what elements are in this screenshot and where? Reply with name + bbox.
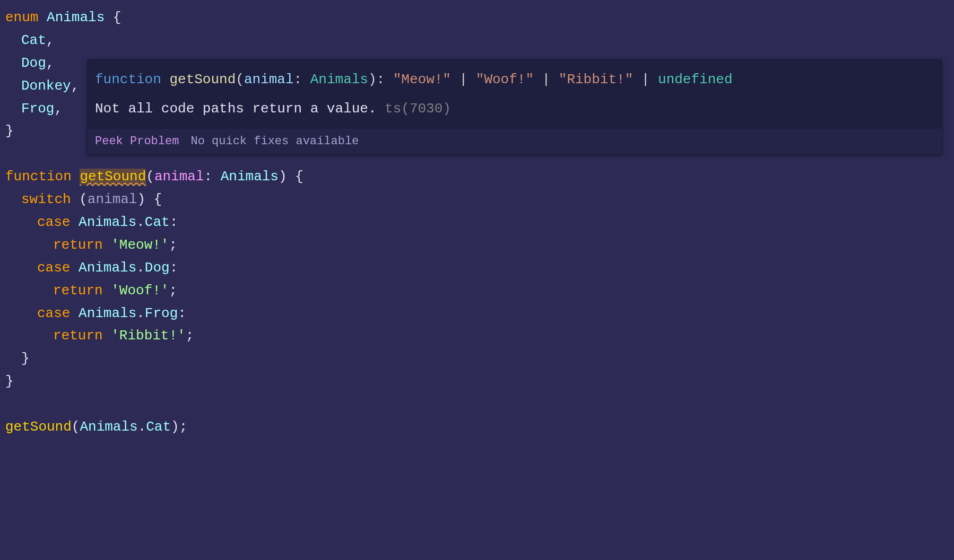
tooltip-error-message: Not all code paths return a value. ts(70… [88,94,942,129]
code-line: } [5,370,949,393]
code-line: enum Animals { [5,6,949,29]
code-line: switch (animal) { [5,188,949,211]
quickfix-status: No quick fixes available [190,132,359,151]
peek-problem-link[interactable]: Peek Problem [95,132,179,151]
code-line: } [5,347,949,370]
tooltip-signature: function getSound(animal: Animals): "Meo… [88,60,942,94]
code-line: return 'Woof!'; [5,279,949,302]
blank-line [5,393,949,416]
code-line: case Animals.Cat: [5,211,949,234]
code-line: function getSound(animal: Animals) { [5,165,949,188]
code-line: case Animals.Dog: [5,257,949,279]
code-line: return 'Ribbit!'; [5,325,949,347]
tooltip-footer: Peek Problem No quick fixes available [88,129,942,154]
code-line: Cat, [5,29,949,52]
error-highlight[interactable]: getSound [80,169,146,185]
code-line: case Animals.Frog: [5,302,949,325]
hover-tooltip: function getSound(animal: Animals): "Meo… [87,59,942,155]
code-line: getSound(Animals.Cat); [5,416,949,439]
code-line: return 'Meow!'; [5,234,949,257]
